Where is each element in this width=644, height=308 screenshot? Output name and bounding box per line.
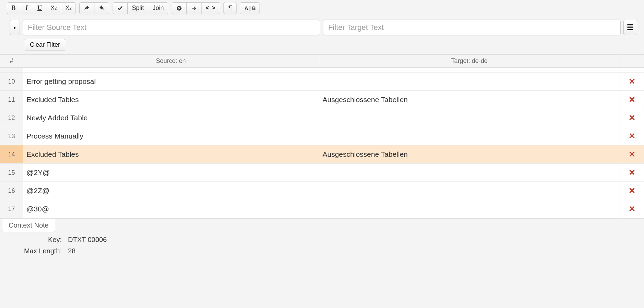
pilcrow-group: ¶: [223, 2, 237, 14]
target-cell[interactable]: [319, 200, 620, 218]
table-row[interactable]: 16@2Z@✕: [0, 182, 644, 200]
undo-button[interactable]: [79, 2, 94, 14]
row-number[interactable]: 17: [0, 200, 23, 218]
row-number[interactable]: 12: [0, 109, 23, 127]
table-row[interactable]: 10Error getting proposal✕: [0, 73, 644, 91]
row-number[interactable]: 16: [0, 182, 23, 200]
source-cell[interactable]: Error getting proposal: [23, 73, 319, 91]
key-value: DTXT 00006: [68, 236, 637, 244]
subscript-suffix: 2: [55, 6, 57, 10]
translation-grid: # Source: en Target: de-de 10Error getti…: [0, 54, 644, 218]
delete-icon[interactable]: ✕: [629, 131, 635, 141]
delete-icon[interactable]: ✕: [629, 113, 635, 123]
row-number[interactable]: 13: [0, 127, 23, 145]
confirm-button[interactable]: [113, 2, 127, 14]
redo-icon: [99, 5, 105, 11]
formatting-toolbar: B I U X2 X2 Split Join < > ¶ A❘B: [0, 0, 644, 17]
action-cell: ✕: [620, 109, 644, 127]
arrow-right-icon: [191, 5, 197, 11]
check-icon: [117, 5, 123, 11]
action-cell: ✕: [620, 73, 644, 91]
list-icon: ☰: [627, 23, 634, 32]
filter-target-input[interactable]: [323, 20, 621, 35]
delete-icon[interactable]: ✕: [629, 77, 635, 86]
source-cell[interactable]: Process Manually: [23, 127, 319, 145]
superscript-base: X: [65, 4, 69, 12]
source-cell[interactable]: Newly Added Table: [23, 109, 319, 127]
target-cell[interactable]: Ausgeschlossene Tabellen: [319, 91, 620, 109]
italic-button[interactable]: I: [20, 2, 33, 14]
paragraph-marks-button[interactable]: ¶: [223, 2, 237, 14]
source-cell[interactable]: @2Z@: [23, 182, 319, 200]
target-cell[interactable]: [319, 127, 620, 145]
subscript-button[interactable]: X2: [46, 2, 61, 14]
context-details: Key: DTXT 00006 Max Length: 28: [0, 232, 644, 258]
row-number[interactable]: 10: [0, 73, 23, 91]
bottom-panel: Context Note Key: DTXT 00006 Max Length:…: [0, 218, 644, 258]
column-header-target[interactable]: Target: de-de: [319, 55, 620, 68]
next-tag-button[interactable]: [186, 2, 201, 14]
filter-source-input[interactable]: [23, 20, 320, 35]
join-button[interactable]: Join: [148, 2, 168, 14]
target-cell[interactable]: Ausgeschlossene Tabellen: [319, 145, 620, 164]
column-header-number[interactable]: #: [0, 55, 23, 68]
insert-tag-button[interactable]: < >: [201, 2, 220, 14]
action-cell: ✕: [620, 91, 644, 109]
bold-button[interactable]: B: [7, 2, 20, 14]
delete-icon[interactable]: ✕: [629, 204, 635, 214]
list-view-button[interactable]: ☰: [623, 20, 637, 35]
action-cell: ✕: [620, 145, 644, 164]
action-cell: ✕: [620, 164, 644, 182]
tab-context-note[interactable]: Context Note: [2, 219, 55, 232]
source-cell[interactable]: @30@: [23, 200, 319, 218]
table-row[interactable]: 14Excluded TablesAusgeschlossene Tabelle…: [0, 145, 644, 164]
superscript-suffix: 2: [69, 6, 71, 10]
column-header-source[interactable]: Source: en: [23, 55, 319, 68]
undo-icon: [84, 5, 90, 11]
source-cell[interactable]: Excluded Tables: [23, 91, 319, 109]
caret-right-icon: ▸: [14, 25, 16, 30]
maxlength-value: 28: [68, 247, 637, 255]
underline-button[interactable]: U: [33, 2, 46, 14]
delete-icon[interactable]: ✕: [629, 186, 635, 196]
table-row[interactable]: 17@30@✕: [0, 200, 644, 218]
clear-filter-row: Clear Filter: [0, 37, 644, 54]
target-cell[interactable]: [319, 182, 620, 200]
row-number[interactable]: 14: [0, 145, 23, 164]
text-style-group: B I U X2 X2: [7, 2, 76, 14]
tag-group: < >: [172, 2, 220, 14]
action-cell: ✕: [620, 182, 644, 200]
table-row[interactable]: 11Excluded TablesAusgeschlossene Tabelle…: [0, 91, 644, 109]
target-cell[interactable]: [319, 109, 620, 127]
circle-x-icon: [176, 5, 182, 11]
action-cell: ✕: [620, 127, 644, 145]
delete-icon[interactable]: ✕: [629, 168, 635, 177]
delete-icon[interactable]: ✕: [629, 150, 635, 159]
clear-filter-button[interactable]: Clear Filter: [25, 39, 65, 51]
table-row[interactable]: 15@2Y@✕: [0, 164, 644, 182]
expand-filter-button[interactable]: ▸: [10, 20, 20, 35]
cursor-group: A❘B: [240, 2, 260, 14]
table-row[interactable]: 12Newly Added Table✕: [0, 109, 644, 127]
row-number[interactable]: 11: [0, 91, 23, 109]
history-group: [79, 2, 109, 14]
segment-group: Split Join: [113, 2, 168, 14]
filter-row: ▸ ☰: [0, 17, 644, 37]
select-all-button[interactable]: A❘B: [240, 2, 260, 14]
key-label: Key:: [7, 236, 62, 244]
action-cell: ✕: [620, 200, 644, 218]
subscript-base: X: [50, 4, 55, 12]
table-row[interactable]: 13Process Manually✕: [0, 127, 644, 145]
source-cell[interactable]: @2Y@: [23, 164, 319, 182]
maxlength-label: Max Length:: [7, 247, 62, 255]
redo-button[interactable]: [94, 2, 109, 14]
target-cell[interactable]: [319, 73, 620, 91]
superscript-button[interactable]: X2: [61, 2, 76, 14]
delete-icon[interactable]: ✕: [629, 95, 635, 104]
source-cell[interactable]: Excluded Tables: [23, 145, 319, 164]
pilcrow-icon: ¶: [228, 4, 232, 12]
split-button[interactable]: Split: [127, 2, 148, 14]
target-cell[interactable]: [319, 164, 620, 182]
row-number[interactable]: 15: [0, 164, 23, 182]
clear-tags-button[interactable]: [172, 2, 186, 14]
